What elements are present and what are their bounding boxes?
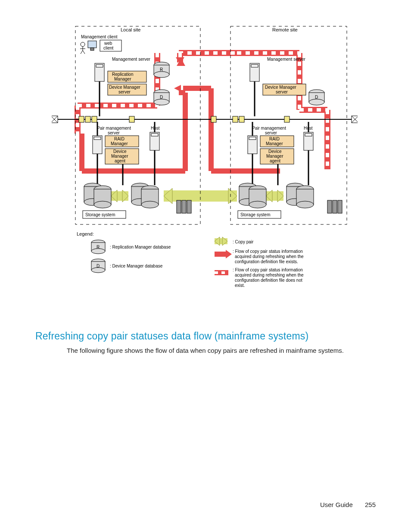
svg-rect-12 (79, 116, 84, 122)
svg-point-66 (141, 201, 159, 208)
pair-mgmt-r-2: server (265, 131, 277, 135)
pair-mgmt-r-1: Pair management (252, 126, 286, 131)
svg-rect-15 (129, 116, 134, 122)
section-heading: Refreshing copy pair statuses data flow … (35, 330, 308, 342)
d-label-r: D (315, 95, 318, 100)
web-client-label-2: client (103, 46, 114, 50)
dev-mgr-srv-l-1: Device Manager (109, 85, 140, 90)
svg-text:acquired during refreshing whe: acquired during refreshing when the (235, 254, 304, 259)
raid-mgr-l-1: RAID (114, 137, 125, 141)
svg-rect-90 (305, 134, 312, 136)
svg-text:acquired during refreshing whe: acquired during refreshing when the (235, 273, 304, 277)
svg-rect-68 (182, 200, 186, 213)
svg-rect-14 (92, 116, 97, 122)
svg-point-39 (154, 99, 169, 105)
svg-point-23 (81, 42, 85, 47)
legend-rep-db: : Replication Manager database (110, 245, 171, 249)
svg-rect-17 (233, 116, 238, 122)
svg-text:R: R (97, 245, 100, 249)
svg-marker-2 (174, 85, 181, 92)
svg-rect-105 (327, 200, 332, 213)
svg-point-60 (94, 201, 111, 208)
svg-point-77 (309, 99, 324, 105)
footer-label: User Guide (320, 501, 353, 508)
r-label-l: R (160, 67, 163, 72)
dev-mgr-srv-l-2: server (118, 90, 131, 94)
svg-rect-19 (284, 116, 290, 122)
architecture-diagram: Local site Remote site Management client… (52, 24, 358, 321)
mgmt-client-label: Management client (81, 34, 118, 39)
storage-l-label: Storage system (85, 212, 115, 217)
svg-text:configuration definition file : configuration definition file exists. (235, 259, 298, 264)
page-number: 255 (365, 501, 376, 508)
mgmt-server-l-label: Management server (112, 57, 151, 62)
svg-rect-16 (211, 116, 216, 122)
svg-rect-107 (338, 200, 342, 213)
svg-point-98 (249, 201, 266, 208)
dev-mgr-srv-r-2: server (276, 90, 288, 94)
storage-r-label: Storage system (240, 212, 270, 217)
svg-rect-29 (96, 65, 103, 67)
svg-rect-67 (177, 200, 181, 213)
dev-mgr-agent-r-1: Device (268, 149, 282, 154)
d-label-l: D (160, 95, 163, 100)
svg-rect-81 (249, 137, 256, 140)
dev-mgr-agent-r-3: agent (270, 159, 280, 163)
svg-rect-43 (94, 137, 101, 140)
mgmt-server-r-label: Management server (267, 57, 306, 62)
page-footer: User Guide 255 (320, 501, 376, 508)
svg-rect-22 (77, 27, 111, 32)
repl-mgr-label-2: Manager (114, 77, 131, 81)
remote-site-label: Remote site (272, 27, 298, 32)
svg-text:configuration definition file : configuration definition file does not (235, 278, 302, 283)
legend-dev-db: : Device Manager database (110, 264, 163, 268)
svg-rect-52 (151, 134, 158, 136)
svg-rect-13 (85, 116, 90, 122)
raid-mgr-r-2: Manager (266, 141, 283, 146)
pair-mgmt-l-1: Pair management (97, 126, 131, 131)
legend-flow-exists-1: : Flow of copy pair status information (233, 249, 303, 254)
body-paragraph: The following figure shows the flow of d… (67, 347, 344, 354)
svg-marker-119 (226, 250, 232, 258)
pair-mgmt-l-2: server (108, 131, 120, 135)
legend-flow-notexist-1: : Flow of copy pair status information (233, 268, 303, 272)
dev-mgr-agent-l-3: agent (115, 159, 125, 163)
svg-rect-106 (333, 200, 337, 213)
svg-text:exist.: exist. (235, 283, 245, 288)
dev-mgr-agent-l-1: Device (113, 149, 127, 154)
svg-rect-72 (251, 65, 258, 67)
dev-mgr-srv-r-1: Device Manager (265, 85, 296, 90)
dev-mgr-agent-r-2: Manager (266, 154, 283, 159)
svg-rect-18 (239, 116, 244, 122)
local-site-label: Local site (121, 27, 140, 32)
svg-text:D: D (97, 264, 100, 268)
svg-rect-24 (88, 41, 97, 48)
repl-mgr-label-1: Replication (112, 72, 133, 77)
legend-title: Legend: (77, 231, 94, 236)
raid-mgr-l-2: Manager (111, 141, 128, 146)
svg-rect-25 (90, 48, 94, 50)
svg-point-36 (154, 72, 169, 78)
legend-copy-pair: : Copy pair (233, 240, 254, 244)
dev-mgr-agent-l-2: Manager (111, 154, 128, 159)
raid-mgr-r-1: RAID (269, 137, 280, 141)
svg-point-104 (296, 201, 314, 208)
svg-rect-69 (187, 200, 191, 213)
